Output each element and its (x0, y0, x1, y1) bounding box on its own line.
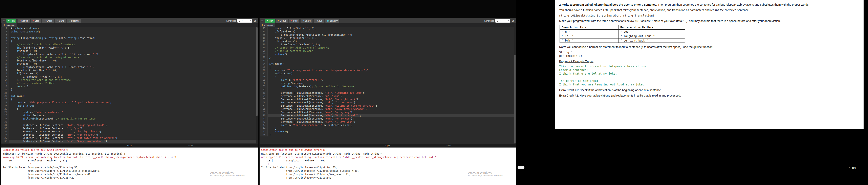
code-line[interactable]: 18 // see of sentence IS Abbr (1, 82, 258, 85)
code-line[interactable]: 25{ (259, 66, 516, 69)
code-line[interactable]: 35 Sentence = LOLSpeak(Sentence, "eta", … (1, 137, 258, 140)
code-line[interactable]: 11 found = S.find(Abbr+" ", 0); (1, 59, 258, 62)
code-editor[interactable]: 13 found = S.find(Abbr+" ", 0);14 if(fou… (259, 27, 516, 144)
code-line[interactable]: 35 Sentence = LOLSpeak(Sentence, "brb", … (259, 98, 516, 101)
code-line[interactable]: 33 Sentence = LOLSpeak(Sentence, "brb", … (1, 130, 258, 133)
code-line[interactable]: 44 } (259, 127, 516, 130)
stop-button[interactable]: ■Stop (289, 19, 299, 23)
code-line[interactable]: 36 Sentence = LOLSpeak(Sentence, "afk", … (1, 140, 258, 143)
code-line[interactable]: 43 cout << "Your new sentence " << Sente… (259, 123, 516, 127)
code-line[interactable]: 22} (259, 56, 516, 59)
code-line[interactable]: 14 found = S.find(Abbr+" ", 0); (1, 69, 258, 72)
code-line[interactable]: 29 cout << "Enter a sentence: "; (259, 78, 516, 82)
code-line[interactable]: 4string LOLSpeak(string S, string Abbr, … (1, 36, 258, 40)
scrollbar-thumb[interactable] (514, 55, 516, 144)
language-select[interactable]: C++▾ (238, 19, 252, 23)
code-line[interactable]: 19 return S; (1, 85, 258, 88)
editor-scrollbar[interactable] (514, 27, 516, 144)
run-button[interactable]: ▶Run (6, 19, 17, 23)
save-button[interactable]: ↓Save (55, 19, 66, 23)
code-line[interactable]: 28 string Sentence; (1, 114, 258, 117)
code-line[interactable]: 36 Sentence = LOLSpeak(Sentence, "imk", … (259, 101, 516, 104)
code-line[interactable]: 30 string Sentence; (259, 82, 516, 85)
code-line[interactable]: 24int main() (259, 62, 516, 66)
code-line[interactable]: 41 Sentence = LOLSpeak(Sentence, "omg", … (259, 117, 516, 120)
code-line[interactable]: 27 cout << "Enter a sentence: "; (1, 111, 258, 114)
code-line[interactable]: 17 // search for Abbr at end of sentence (1, 78, 258, 82)
code-line[interactable]: 29 getline(cin,Sentence); // use getline… (1, 117, 258, 120)
code-line[interactable]: 34 Sentence = LOLSpeak(Sentence, "imk", … (1, 133, 258, 137)
scrollbar-thumb[interactable] (256, 27, 257, 116)
code-line[interactable]: 46} (259, 133, 516, 137)
code-line[interactable]: 21 return S; (259, 52, 516, 56)
code-line[interactable]: 32 (259, 88, 516, 91)
code-line[interactable]: 16 found = S.find(Abbr+" ", 0); (259, 36, 516, 40)
editor-scrollbar[interactable] (256, 27, 258, 144)
code-line[interactable]: 18 S.replace(" "+Abbr+" ", 0); (259, 43, 516, 46)
code-line[interactable]: 26 cout << "This program will correct ur… (259, 69, 516, 72)
code-editor[interactable]: 1#include <iostream>2using namespace std… (1, 27, 258, 144)
code-line[interactable]: 33 Sentence = LOLSpeak(Sentence, "lol", … (259, 91, 516, 95)
console-splitter[interactable]: input stdin (1, 144, 258, 148)
code-line[interactable]: 21 (1, 91, 258, 95)
share-button[interactable]: ↗Share (42, 19, 54, 23)
code-line[interactable]: 23{ (1, 98, 258, 101)
code-line[interactable]: 20 // see of sentence IS Abbr (259, 49, 516, 52)
run-button[interactable]: ▶Run (265, 19, 275, 23)
beautify-button[interactable]: {}Beautify (326, 19, 340, 23)
code-line[interactable]: 30 (1, 120, 258, 123)
console-output[interactable]: Compilation failed due to following erro… (1, 148, 258, 185)
gear-icon[interactable]: ⚙ (512, 19, 514, 23)
code-line[interactable]: 39 Sentence = LOLSpeak(Sentence, "omw", … (259, 111, 516, 114)
code-line[interactable]: 28 { (259, 75, 516, 78)
code-line[interactable]: 40 Sentence = LOLSpeak(Sentence, "diy", … (259, 114, 516, 117)
code-line[interactable]: 8 if(found >= 0) (1, 49, 258, 52)
tab-main-cpp[interactable]: main.cpp (2, 23, 17, 27)
code-line[interactable]: 6 // search for Abbr in middle of senten… (1, 43, 258, 46)
code-line[interactable]: 38 Sentence = LOLSpeak(Sentence, "afk", … (259, 107, 516, 111)
code-line[interactable]: 25 while (true) (1, 104, 258, 107)
share-button[interactable]: ↗Share (301, 19, 312, 23)
code-line[interactable]: 17 if(found == -1) (259, 40, 516, 43)
code-line[interactable]: 22int main() (1, 95, 258, 98)
tab-main-cpp[interactable]: main.cpp (260, 23, 275, 27)
code-line[interactable]: 23 (259, 59, 516, 62)
debug-button[interactable]: ●Debug (18, 19, 30, 23)
code-line[interactable]: 31 Sentence = LOLSpeak(Sentence, "lol", … (1, 123, 258, 127)
code-line[interactable]: 34 Sentence = LOLSpeak(Sentence, "u", "y… (259, 95, 516, 98)
viewer-control-pill[interactable] (518, 166, 524, 169)
code-line[interactable]: 14 if(found == 0) (259, 30, 516, 33)
code-line[interactable]: 37 Sentence = LOLSpeak(Sentence, "eta", … (259, 104, 516, 107)
save-button[interactable]: ↓Save (314, 19, 324, 23)
code-line[interactable]: 31 getline(cin,Sentence); // use getline… (259, 85, 516, 88)
menu-icon[interactable]: ≡ (3, 19, 5, 23)
console-splitter[interactable]: input stdin (259, 144, 516, 148)
code-line[interactable]: 26 { (1, 107, 258, 111)
gear-icon[interactable]: ⚙ (253, 19, 256, 23)
code-line[interactable]: 20} (1, 88, 258, 91)
code-line[interactable]: 5{ (1, 40, 258, 43)
beautify-button[interactable]: {}Beautify (67, 19, 81, 23)
code-line[interactable]: 32 Sentence = LOLSpeak(Sentence, "u", "y… (1, 127, 258, 130)
code-line[interactable]: 7 int found = S.find(" "+Abbr+" ", 0); (1, 46, 258, 49)
code-line[interactable]: 24 cout << "This program will correct ur… (1, 101, 258, 104)
code-line[interactable]: 2using namespace std; (1, 30, 258, 33)
console-output[interactable]: Compilation failed due to following erro… (259, 148, 516, 185)
code-line[interactable]: 12 if(found == 0) (1, 62, 258, 66)
menu-icon[interactable]: ≡ (261, 19, 263, 23)
code-line[interactable]: 13 S.replace(found, Abbr.size()+1, Trans… (1, 66, 258, 69)
code-line[interactable]: 10 // search for Abbr at beginning of se… (1, 56, 258, 59)
code-line[interactable]: 16 S.replace(" "+Abbr+" ", 0); (1, 75, 258, 78)
language-select[interactable]: C++▾ (495, 19, 510, 23)
code-line[interactable]: 19 // search for Abbr at end of sentence (259, 46, 516, 49)
code-line[interactable]: 9 S.replace(found, Abbr.size()+2, " "+Tr… (1, 52, 258, 56)
code-line[interactable]: 1#include <iostream> (1, 27, 258, 30)
code-line[interactable]: 27 while (true) (259, 72, 516, 75)
stop-button[interactable]: ■Stop (31, 19, 41, 23)
code-line[interactable]: 42 Sentence = LOLSpeak(Sentence, "ily", … (259, 120, 516, 123)
code-line[interactable]: 13 found = S.find(Abbr+" ", 0); (259, 27, 516, 30)
code-line[interactable]: 15 if(found == -1) (1, 72, 258, 75)
code-line[interactable]: 15 S.replace(found, Abbr.size()+1, Trans… (259, 33, 516, 36)
code-line[interactable]: 45 return 0; (259, 130, 516, 133)
code-line[interactable]: 3 (1, 33, 258, 36)
